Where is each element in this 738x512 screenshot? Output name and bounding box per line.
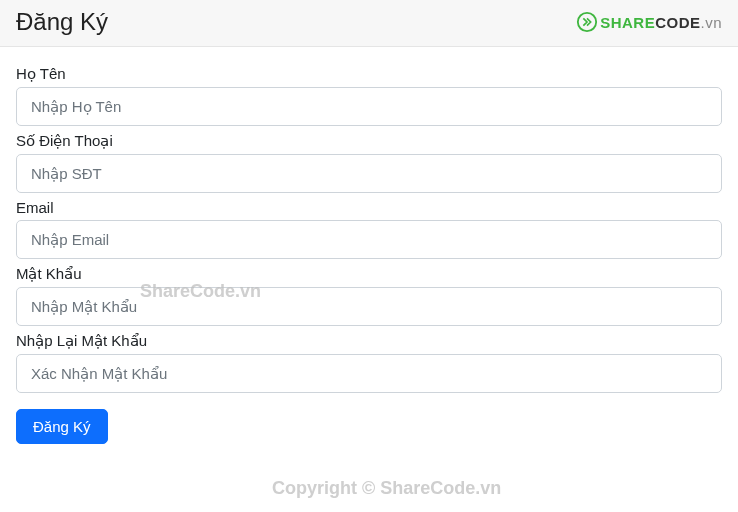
brand-logo: SHARECODE.vn	[576, 11, 722, 33]
field-email: Email	[16, 199, 722, 259]
input-phone[interactable]	[16, 154, 722, 193]
submit-button[interactable]: Đăng Ký	[16, 409, 108, 444]
input-confirm-password[interactable]	[16, 354, 722, 393]
input-password[interactable]	[16, 287, 722, 326]
arrows-cycle-icon	[576, 11, 598, 33]
label-password: Mật Khẩu	[16, 265, 722, 283]
label-email: Email	[16, 199, 722, 216]
field-fullname: Họ Tên	[16, 65, 722, 126]
field-confirm-password: Nhập Lại Mật Khẩu	[16, 332, 722, 393]
label-confirm-password: Nhập Lại Mật Khẩu	[16, 332, 722, 350]
header-bar: Đăng Ký SHARECODE.vn	[0, 0, 738, 47]
watermark-copyright: Copyright © ShareCode.vn	[272, 478, 501, 499]
page-title: Đăng Ký	[16, 8, 108, 36]
label-phone: Số Điện Thoại	[16, 132, 722, 150]
field-phone: Số Điện Thoại	[16, 132, 722, 193]
input-email[interactable]	[16, 220, 722, 259]
label-fullname: Họ Tên	[16, 65, 722, 83]
field-password: Mật Khẩu	[16, 265, 722, 326]
brand-text: SHARECODE.vn	[600, 14, 722, 31]
registration-form: Họ Tên Số Điện Thoại Email Mật Khẩu Nhập…	[0, 47, 738, 444]
input-fullname[interactable]	[16, 87, 722, 126]
